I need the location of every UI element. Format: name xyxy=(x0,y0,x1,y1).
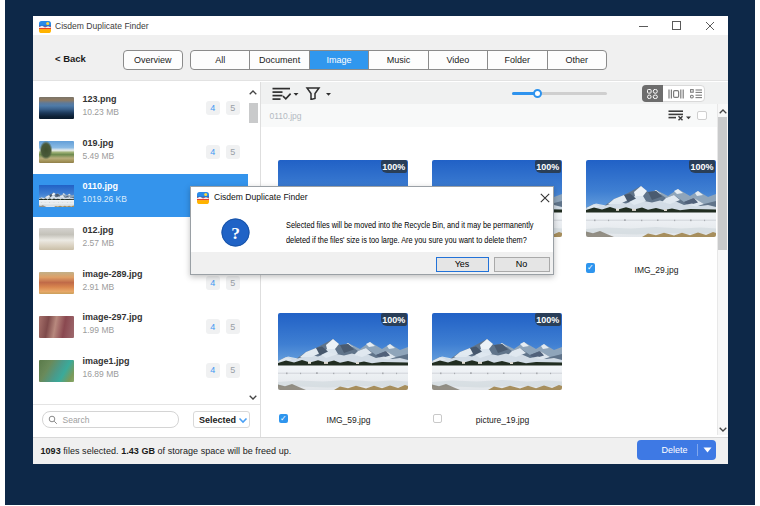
svg-text:?: ? xyxy=(231,222,240,242)
